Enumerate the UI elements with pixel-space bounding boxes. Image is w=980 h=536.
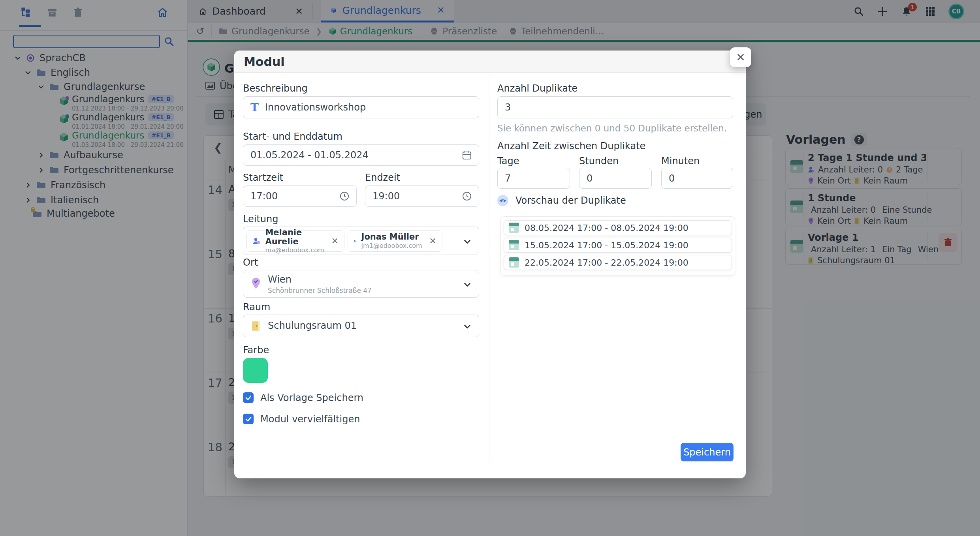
close-dialog-button[interactable]: ✕ <box>730 47 751 67</box>
anzahl-duplikate-input[interactable] <box>505 102 726 113</box>
column-divider <box>489 74 489 461</box>
tage-field[interactable] <box>497 168 570 189</box>
anzahl-duplikate-label: Anzahl Duplikate <box>497 83 577 94</box>
duplikat-item: 22.05.2024 17:00 - 22.05.2024 19:00 <box>504 255 732 270</box>
speichern-button[interactable]: Speichern <box>681 443 734 461</box>
startzeit-label: Startzeit <box>243 172 283 183</box>
app-screen: Dashboard ✕ Grundlagenkurs ✕ 1 CB ↺ Grun… <box>0 0 980 536</box>
vorlage-checkbox-label[interactable]: Als Vorlage Speichern <box>260 392 363 403</box>
chip-name: Melanie Aurelie <box>265 228 302 246</box>
tage-input[interactable] <box>505 173 562 184</box>
clock-icon[interactable] <box>340 191 349 201</box>
modul-dialog: Modul Beschreibung T Start- und Enddatum… <box>234 51 746 478</box>
map-pin-icon <box>251 277 261 289</box>
stunden-label: Stunden <box>579 156 619 167</box>
stunden-input[interactable] <box>587 173 644 184</box>
eye-icon <box>497 195 508 206</box>
ort-value: Wien <box>268 274 292 285</box>
minuten-label: Minuten <box>661 156 700 167</box>
calendar-icon[interactable] <box>462 150 472 160</box>
ort-sub: Schönbrunner Schloßstraße 47 <box>268 287 372 294</box>
calendar-icon <box>509 223 519 233</box>
beschreibung-input[interactable] <box>265 102 472 113</box>
datum-input[interactable] <box>250 150 456 161</box>
leitung-multiselect[interactable]: Melanie Aureliema@edoobox.com ✕ Jonas Mü… <box>243 227 479 255</box>
text-icon: T <box>250 101 259 114</box>
minuten-input[interactable] <box>669 173 726 184</box>
duplikat-item: 15.05.2024 17:00 - 15.05.2024 19:00 <box>504 238 732 253</box>
chevron-down-icon[interactable] <box>463 237 472 246</box>
duplikat-range: 15.05.2024 17:00 - 15.05.2024 19:00 <box>525 240 688 250</box>
startzeit-field[interactable] <box>243 186 357 207</box>
minuten-field[interactable] <box>661 168 733 189</box>
datum-field[interactable] <box>243 144 479 166</box>
clock-icon[interactable] <box>462 191 472 201</box>
check-icon <box>245 416 252 423</box>
zeit-zwischen-label: Anzahl Zeit zwischen Duplikate <box>497 141 645 152</box>
chip-email: jm1@edoobox.com <box>361 242 422 249</box>
anzahl-duplikate-field[interactable] <box>497 96 733 118</box>
datum-label: Start- und Enddatum <box>243 131 342 142</box>
vervielfaeltigen-checkbox-label[interactable]: Modul vervielfältigen <box>260 414 360 425</box>
beschreibung-label: Beschreibung <box>243 83 308 94</box>
chip-email: ma@edoobox.com <box>265 246 324 254</box>
dialog-title: Modul <box>244 55 285 69</box>
startzeit-input[interactable] <box>250 191 333 202</box>
raum-select[interactable]: Schulungsraum 01 <box>243 315 479 337</box>
ort-label: Ort <box>243 257 258 268</box>
calendar-icon <box>509 240 519 250</box>
endzeit-label: Endzeit <box>365 172 400 183</box>
stunden-field[interactable] <box>579 168 652 189</box>
chevron-down-icon[interactable] <box>463 280 472 289</box>
person-icon <box>354 236 357 246</box>
leitung-label: Leitung <box>243 214 278 225</box>
vorschau-toggle[interactable]: Vorschau der Duplikate <box>497 195 626 206</box>
duplikat-range: 08.05.2024 17:00 - 08.05.2024 19:00 <box>525 223 688 233</box>
duplikate-hint: Sie können zwischen 0 und 50 Duplikate e… <box>497 123 727 133</box>
remove-chip-icon[interactable]: ✕ <box>429 236 436 246</box>
beschreibung-field[interactable]: T <box>243 96 479 118</box>
dialog-header: Modul <box>234 51 746 73</box>
leitung-chip[interactable]: Jonas Müllerjm1@edoobox.com ✕ <box>348 230 442 252</box>
person-icon <box>252 236 260 246</box>
vorschau-label: Vorschau der Duplikate <box>515 195 626 206</box>
endzeit-input[interactable] <box>372 191 456 202</box>
raum-label: Raum <box>243 302 270 313</box>
farbe-label: Farbe <box>243 345 269 356</box>
tage-label: Tage <box>497 156 519 167</box>
chip-name: Jonas Müller <box>361 232 419 242</box>
duplikat-range: 22.05.2024 17:00 - 22.05.2024 19:00 <box>525 258 688 268</box>
endzeit-field[interactable] <box>365 186 479 207</box>
raum-value: Schulungsraum 01 <box>268 320 357 331</box>
chevron-down-icon[interactable] <box>463 322 472 331</box>
ort-select[interactable]: Wien Schönbrunner Schloßstraße 47 <box>243 270 479 298</box>
duplikat-item: 08.05.2024 17:00 - 08.05.2024 19:00 <box>504 220 732 235</box>
vorlage-checkbox[interactable] <box>243 392 254 403</box>
check-icon <box>245 394 252 401</box>
vervielfaeltigen-checkbox[interactable] <box>243 414 254 424</box>
leitung-chip[interactable]: Melanie Aureliema@edoobox.com ✕ <box>246 230 344 252</box>
calendar-icon <box>509 257 519 268</box>
color-swatch[interactable] <box>243 358 268 383</box>
remove-chip-icon[interactable]: ✕ <box>331 236 339 246</box>
door-icon <box>251 320 261 332</box>
